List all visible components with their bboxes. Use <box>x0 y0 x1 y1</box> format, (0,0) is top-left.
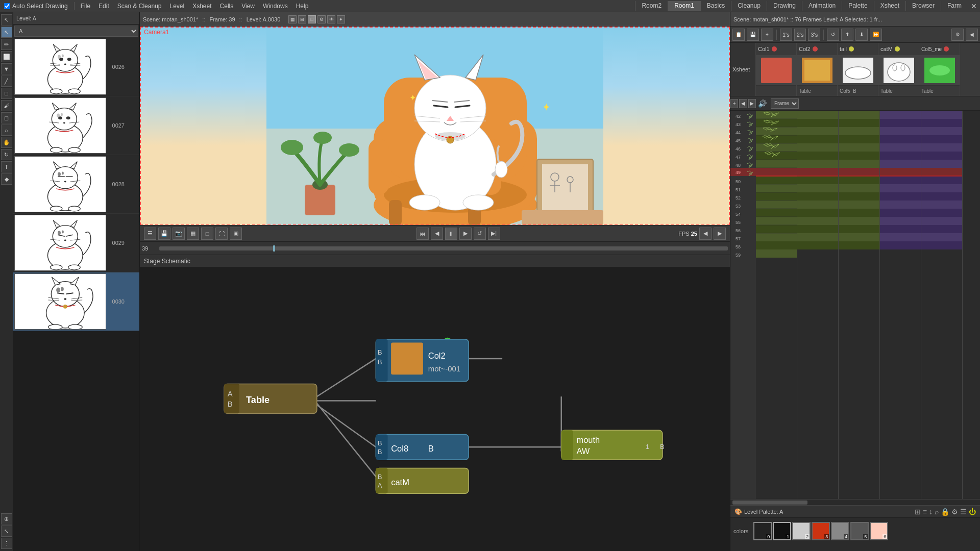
palette-search-icon[interactable]: ⌕ <box>935 508 939 516</box>
room-tab-room2[interactable]: Room2 <box>635 1 668 11</box>
format-icon[interactable]: ▦ <box>288 15 297 23</box>
loop-btn[interactable]: ↺ <box>474 228 486 240</box>
power-icon[interactable]: ⏻ <box>969 508 976 516</box>
tool-brush[interactable]: ✏ <box>1 39 12 50</box>
tool-shape[interactable]: □ <box>1 88 12 99</box>
palette-swatch-3[interactable]: 3 <box>812 522 830 540</box>
add-frame-btn[interactable]: + <box>730 99 738 108</box>
h-scrollbar-thumb[interactable] <box>732 500 807 505</box>
room-tab-basics[interactable]: Basics <box>700 1 731 11</box>
list-item[interactable]: 0026 <box>13 38 139 96</box>
tool-node[interactable]: ◆ <box>1 173 12 185</box>
scrubber-thumb[interactable] <box>273 245 275 252</box>
view-mode-btn[interactable]: □ <box>201 228 213 240</box>
xsheet-import-btn[interactable]: ⬇ <box>855 29 868 41</box>
nav-right-btn[interactable]: ▶ <box>748 99 756 108</box>
next-frame-btn[interactable]: ▶| <box>488 228 500 240</box>
xsheet-export-btn[interactable]: ⬆ <box>841 29 853 41</box>
palette-sort-icon[interactable]: ↕ <box>929 508 933 516</box>
tool-rubber[interactable]: ◻ <box>1 112 12 123</box>
first-frame-btn[interactable]: ⏮ <box>416 228 429 240</box>
room-tab-cleanup[interactable]: Cleanup <box>731 1 767 11</box>
menu-xsheet[interactable]: Xsheet <box>188 2 215 11</box>
room-tab-animation[interactable]: Animation <box>802 1 842 11</box>
palette-swatch-2[interactable]: 2 <box>792 522 811 540</box>
tool-select[interactable]: ↖ <box>1 27 12 38</box>
tool-rotate[interactable]: ↻ <box>1 149 12 160</box>
frame-mode-select[interactable]: Frame <box>771 98 799 109</box>
tool-scale[interactable]: ⤡ <box>1 525 12 537</box>
save-icon[interactable]: 💾 <box>158 228 170 240</box>
tool-eraser[interactable]: ⬜ <box>1 51 12 62</box>
tool-line[interactable]: ╱ <box>1 76 12 87</box>
menu-help[interactable]: Help <box>292 2 313 11</box>
xsheet-copy-btn[interactable]: 📋 <box>732 29 745 41</box>
tool-paint[interactable]: 🖌 <box>1 100 12 111</box>
palette-grid-icon[interactable]: ⊞ <box>915 508 921 516</box>
palette-settings-icon[interactable]: ⚙ <box>951 508 958 516</box>
close-icon[interactable]: ✕ <box>968 1 980 11</box>
camera-btn[interactable]: 📷 <box>173 228 185 240</box>
list-item[interactable]: 0027 <box>13 96 139 155</box>
list-item[interactable]: 0029 <box>13 214 139 272</box>
full-screen-btn[interactable]: ⛶ <box>215 228 228 240</box>
tool-arrow[interactable]: ↖ <box>1 14 12 26</box>
menu-level[interactable]: Level <box>166 2 189 11</box>
settings-icon[interactable]: ⚙ <box>317 15 326 23</box>
tool-fill[interactable]: ▼ <box>1 63 12 74</box>
tool-pan[interactable]: ✋ <box>1 137 12 148</box>
menu-view[interactable]: View <box>237 2 259 11</box>
xsheet-refresh-btn[interactable]: ↺ <box>827 29 839 41</box>
play-btn[interactable]: ▶ <box>459 228 472 240</box>
palette-swatch-0[interactable]: 0 <box>753 522 772 540</box>
level-select[interactable]: A <box>14 26 138 37</box>
frame-rate-2s[interactable]: 2's <box>794 29 806 41</box>
menu-cells[interactable]: Cells <box>216 2 238 11</box>
compare-btn[interactable]: ▣ <box>230 228 242 240</box>
xsheet-save-btn[interactable]: 💾 <box>747 29 759 41</box>
xsheet-menu-btn[interactable]: ⚙ <box>951 29 964 41</box>
palette-list-icon[interactable]: ≡ <box>923 508 927 516</box>
menu-file[interactable]: File <box>77 2 94 11</box>
scrubber-track[interactable] <box>159 246 728 251</box>
prev-frame-btn[interactable]: ◀ <box>431 228 443 240</box>
frame-rate-3s[interactable]: 3's <box>808 29 820 41</box>
frame-rate-1s[interactable]: 1's <box>780 29 792 41</box>
palette-swatch-6[interactable]: 6 <box>870 522 888 540</box>
list-item[interactable]: 0028 <box>13 155 139 214</box>
xsheet-collapse-btn[interactable]: ◀ <box>966 29 978 41</box>
room-tab-room1[interactable]: Room1 <box>668 1 700 11</box>
view-icon[interactable]: 👁 <box>327 15 335 23</box>
menu-icon[interactable]: ☰ <box>144 228 156 240</box>
layout-btn[interactable]: ▦ <box>187 228 199 240</box>
room-tab-drawing[interactable]: Drawing <box>767 1 802 11</box>
tool-zoom[interactable]: ⌕ <box>1 124 12 136</box>
auto-select-checkbox[interactable] <box>4 3 10 9</box>
tool-text[interactable]: T <box>1 161 12 172</box>
menu-windows[interactable]: Windows <box>259 2 292 11</box>
grid-icon[interactable]: ⊞ <box>298 15 306 23</box>
menu-edit[interactable]: Edit <box>94 2 113 11</box>
palette-swatch-4[interactable]: 4 <box>831 522 849 540</box>
tool-options[interactable]: ⋮ <box>1 538 12 549</box>
color-icon[interactable]: □ <box>308 15 316 23</box>
list-item[interactable]: 0030 <box>13 272 139 331</box>
extra-icon[interactable]: ✦ <box>337 15 345 23</box>
fps-down-btn[interactable]: ◀ <box>699 228 712 240</box>
palette-swatch-5[interactable]: 5 <box>850 522 869 540</box>
nav-left-btn[interactable]: ◀ <box>739 99 747 108</box>
palette-lock-icon[interactable]: 🔒 <box>941 508 949 516</box>
frame-scrubber[interactable]: 39 <box>140 242 730 255</box>
xsheet-forward-btn[interactable]: ⏩ <box>870 29 882 41</box>
h-scrollbar[interactable] <box>730 499 980 505</box>
room-tab-browser[interactable]: Browser <box>905 1 941 11</box>
pause-btn[interactable]: ⏸ <box>445 228 457 240</box>
fps-up-btn[interactable]: ▶ <box>714 228 726 240</box>
room-tab-palette[interactable]: Palette <box>842 1 873 11</box>
room-tab-xsheet[interactable]: Xsheet <box>874 1 905 11</box>
menu-scan[interactable]: Scan & Cleanup <box>113 2 166 11</box>
auto-select-label[interactable]: Auto Select Drawing <box>0 3 72 10</box>
tool-move[interactable]: ⊕ <box>1 513 12 524</box>
volume-icon[interactable]: 🔊 <box>758 99 767 108</box>
palette-menu-icon[interactable]: ☰ <box>960 508 967 516</box>
